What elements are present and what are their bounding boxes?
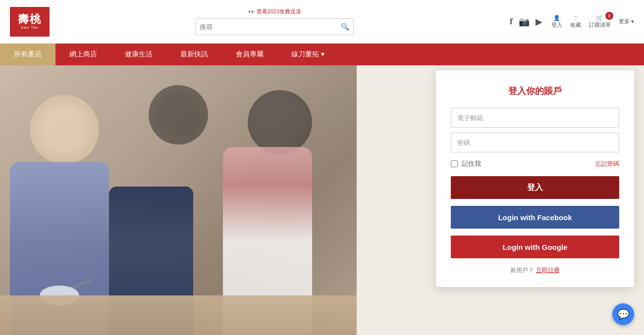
cart-action[interactable]: 🛒 0 訂購清單 <box>589 14 611 29</box>
remember-left: 記住我 <box>451 159 481 168</box>
chat-button[interactable]: 💬 <box>612 303 634 325</box>
hero-image <box>0 65 357 335</box>
social-icons: 𝐟 📷 ▶ <box>510 16 542 27</box>
login-action[interactable]: 👤 登入 <box>551 15 562 29</box>
search-bar: 🔍 <box>195 18 354 35</box>
register-link[interactable]: 立即註冊 <box>536 267 560 274</box>
forgot-password-link[interactable]: 忘記密碼 <box>595 160 619 168</box>
instagram-icon[interactable]: 📷 <box>519 16 530 27</box>
nav-item-news[interactable]: 最新快訊 <box>166 44 222 65</box>
google-login-button[interactable]: Login with Google <box>451 236 619 258</box>
heart-icon: ♡ <box>573 15 578 21</box>
nav-bar: 所有產品 網上商店 健康生活 最新快訊 會員專屬 線刀董拓 ▾ <box>0 44 644 65</box>
notice-text: 👀 查看2023免費送達 <box>248 8 302 15</box>
wishlist-action[interactable]: ♡ 收藏 <box>570 15 581 29</box>
nav-item-more[interactable]: 線刀董拓 ▾ <box>277 44 338 65</box>
wishlist-label: 收藏 <box>570 21 581 29</box>
remember-label: 記住我 <box>462 159 481 168</box>
facebook-icon[interactable]: 𝐟 <box>510 16 513 27</box>
main-content: 登入你的賬戶 記住我 忘記密碼 登入 Login with Facebook L… <box>0 65 644 335</box>
more-label: 更多 ▾ <box>619 18 634 25</box>
nav-item-shop[interactable]: 網上商店 <box>55 44 111 65</box>
cart-icon: 🛒 <box>596 14 603 21</box>
logo[interactable]: 壽桃 Sau Tao <box>10 7 50 37</box>
person-icon: 👤 <box>553 15 560 21</box>
register-prefix: 新用戶？ <box>510 267 534 274</box>
register-row: 新用戶？ 立即註冊 <box>451 266 619 275</box>
remember-checkbox[interactable] <box>451 160 458 167</box>
cart-badge: 0 <box>605 12 613 20</box>
nav-item-products[interactable]: 所有產品 <box>0 44 55 65</box>
login-button[interactable]: 登入 <box>451 176 619 199</box>
search-button[interactable]: 🔍 <box>341 23 349 31</box>
header: 壽桃 Sau Tao 👀 查看2023免費送達 🔍 𝐟 📷 ▶ 👤 登入 ♡ 收… <box>0 0 644 44</box>
remember-row: 記住我 忘記密碼 <box>451 159 619 168</box>
nav-item-health[interactable]: 健康生活 <box>111 44 166 65</box>
nav-item-members[interactable]: 會員專屬 <box>222 44 277 65</box>
login-label: 登入 <box>551 21 562 29</box>
email-field[interactable] <box>451 108 619 128</box>
logo-sub: Sau Tao <box>18 25 42 30</box>
header-actions: 👤 登入 ♡ 收藏 🛒 0 訂購清單 更多 ▾ <box>551 14 634 29</box>
login-panel: 登入你的賬戶 記住我 忘記密碼 登入 Login with Facebook L… <box>436 70 634 287</box>
password-field[interactable] <box>451 133 619 152</box>
login-title: 登入你的賬戶 <box>451 85 619 97</box>
logo-text: 壽桃 <box>18 13 42 25</box>
more-action[interactable]: 更多 ▾ <box>619 18 634 25</box>
header-right: 𝐟 📷 ▶ 👤 登入 ♡ 收藏 🛒 0 訂購清單 更多 ▾ <box>510 14 634 29</box>
facebook-login-button[interactable]: Login with Facebook <box>451 206 619 229</box>
youtube-icon[interactable]: ▶ <box>536 16 542 27</box>
header-middle: 👀 查看2023免費送達 🔍 <box>50 8 500 35</box>
search-input[interactable] <box>200 23 341 31</box>
header-notice[interactable]: 👀 查看2023免費送達 <box>248 8 302 15</box>
cart-label: 訂購清單 <box>589 21 611 29</box>
